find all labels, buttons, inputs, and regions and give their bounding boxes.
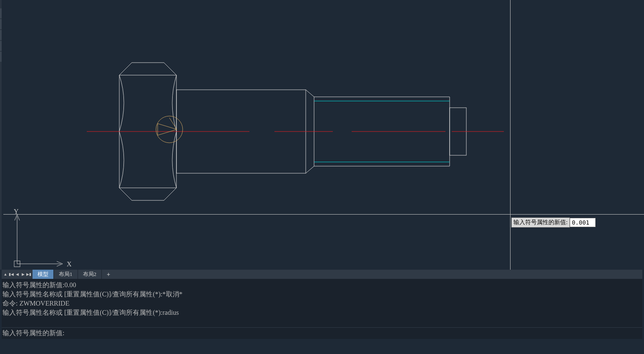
command-history-line: 命令: ZWMOVERRIDE	[3, 299, 641, 308]
ucs-icon: Y X	[11, 209, 73, 271]
tooltip-label: 输入符号属性的新值:	[511, 217, 570, 228]
svg-point-17	[156, 116, 183, 143]
svg-line-18	[158, 124, 177, 129]
tab-next-icon[interactable]: ▶	[20, 270, 26, 278]
ucs-x-label: X	[67, 260, 72, 268]
tab-add-button[interactable]: +	[102, 270, 115, 279]
tab-nav-group: ▲ ▮◀ ◀ ▶ ▶▮	[2, 270, 33, 279]
dynamic-input-tooltip: 输入符号属性的新值:	[511, 217, 596, 228]
command-prompt: 输入符号属性的新值:	[3, 329, 64, 338]
tab-menu-toggle-icon[interactable]: ▲	[3, 270, 8, 278]
svg-line-4	[306, 90, 314, 97]
tab-model[interactable]: 模型	[33, 270, 54, 279]
drawing-canvas[interactable]: Y X 输入符号属性的新值:	[2, 0, 642, 270]
svg-line-5	[306, 166, 314, 173]
cad-drawing	[3, 0, 644, 270]
tooltip-input[interactable]	[570, 218, 596, 227]
bottom-strip	[2, 339, 642, 354]
command-line[interactable]: 输入符号属性的新值:	[2, 327, 642, 339]
crosshair-vertical	[510, 0, 511, 270]
tab-last-icon[interactable]: ▶▮	[26, 270, 32, 278]
layout-tabs-bar: ▲ ▮◀ ◀ ▶ ▶▮ 模型 布局1 布局2 +	[2, 270, 642, 279]
command-history[interactable]: 输入符号属性的新值:0.00 输入符号属性名称或 [重置属性值(C)]/查询所有…	[2, 279, 642, 327]
tab-layout2[interactable]: 布局2	[78, 270, 102, 279]
command-history-line: 输入符号属性的新值:0.00	[3, 281, 641, 290]
tab-prev-icon[interactable]: ◀	[14, 270, 20, 278]
command-history-line: 输入符号属性名称或 [重置属性值(C)]/查询所有属性(*):*取消*	[3, 290, 641, 299]
tab-layout1[interactable]: 布局1	[54, 270, 78, 279]
crosshair-horizontal	[3, 214, 644, 215]
svg-line-19	[158, 129, 177, 135]
command-history-line: 输入符号属性名称或 [重置属性值(C)]/查询所有属性(*):radius	[3, 308, 641, 317]
tab-first-icon[interactable]: ▮◀	[8, 270, 14, 278]
